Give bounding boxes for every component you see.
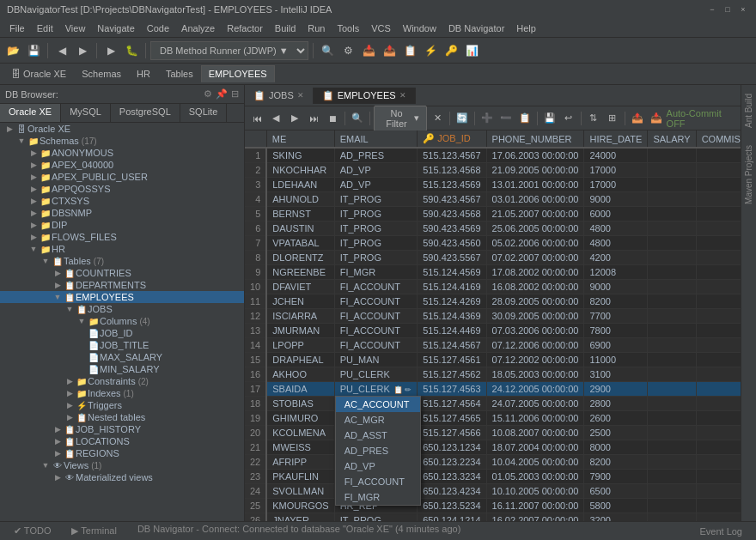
tab-oracle-xe[interactable]: Oracle XE [0,104,61,122]
table-row[interactable]: 16AKHOOPU_CLERK515.127.456218.05.2003 00… [245,367,741,382]
cell-job-id[interactable]: 515.124.4469 [418,324,486,338]
cell-email[interactable]: FI_ACCOUNT [334,309,418,324]
tree-node-regions[interactable]: ▶📋REGIONS [0,447,244,459]
cell-hire-date[interactable]: 11000 [584,353,648,367]
cell-salary[interactable] [648,324,696,338]
cell-job-id[interactable]: 515.127.4562 [418,367,486,382]
tree-node-job_id[interactable]: 📄JOB_ID [0,327,244,339]
cell-salary[interactable] [648,236,696,251]
menu-item-analyze[interactable]: Analyze [175,21,221,35]
cell-email[interactable]: AD_VP [334,178,418,192]
table-row[interactable]: 4AHUNOLDIT_PROG590.423.456703.01.2006 00… [245,192,741,207]
cell-email[interactable]: FI_ACCOUNT [334,324,418,338]
cell-salary[interactable] [648,265,696,280]
cell-salary[interactable] [648,221,696,236]
cell-hire-date[interactable]: 17000 [584,163,648,178]
cell-me[interactable]: ISCIARRA [266,309,334,324]
col-email[interactable]: EMAIL [334,130,418,148]
tree-node-triggers[interactable]: ▶⚡Triggers [0,399,244,411]
cell-commission[interactable] [696,207,741,221]
col-job-id[interactable]: 🔑 JOB_ID [418,130,486,148]
cell-phone[interactable]: 16.02.2007 00:00:00 [486,513,584,522]
cell-commission[interactable] [696,513,741,522]
cell-phone[interactable]: 07.12.2006 00:00:00 [486,338,584,353]
table-row[interactable]: 10DFAVIETFI_ACCOUNT515.124.416916.08.200… [245,280,741,294]
cell-email[interactable]: PU_MAN [334,353,418,367]
minimize-button[interactable]: − [706,3,718,15]
cell-salary[interactable] [648,309,696,324]
cell-commission[interactable] [696,294,741,309]
cell-commission[interactable] [696,397,741,411]
cell-job-id[interactable]: 590.423.4567 [418,192,486,207]
toolbar-icon6[interactable]: 📊 [462,41,481,60]
table-row[interactable]: 20KCOLMENAAD_ASST515.127.456610.08.2007 … [245,426,741,440]
cell-phone[interactable]: 07.02.2007 00:00:00 [486,251,584,265]
tree-node-nested-tables[interactable]: ▶📋Nested tables [0,411,244,423]
dropdown-item[interactable]: FI_ACCOUNT [336,474,420,489]
cell-commission[interactable] [696,192,741,207]
menu-item-dbnavigator[interactable]: DB Navigator [442,21,510,35]
tree-node-tables[interactable]: ▼📋Tables(7) [0,255,244,267]
breadcrumb-tab-schemas[interactable]: Schemas [74,65,129,82]
side-tab-ant-build[interactable]: Ant Build [742,85,755,137]
tree-node-apex_040000[interactable]: ▶📁APEX_040000 [0,159,244,171]
prev-page-btn[interactable]: ◀ [267,110,284,127]
cell-salary[interactable] [648,192,696,207]
tree-node-locations[interactable]: ▶📋LOCATIONS [0,435,244,447]
tree-node-dbsnmp[interactable]: ▶📁DBSNMP [0,207,244,219]
cell-job-id[interactable]: 590.423.4568 [418,207,486,221]
cell-me[interactable]: AFRIPP [266,455,334,470]
cell-salary[interactable] [648,207,696,221]
employees-tab-close[interactable]: ✕ [399,91,406,100]
dropdown-item[interactable]: AD_PRES [336,443,420,458]
cell-commission[interactable] [696,382,741,397]
tree-node-departments[interactable]: ▶📋DEPARTMENTS [0,279,244,291]
table-row[interactable]: 22AFRIPPAD_VP650.123.223410.04.2005 00:0… [245,455,741,470]
cell-hire-date[interactable]: 2500 [584,426,648,440]
toolbar-icon4[interactable]: ⚡ [421,41,440,60]
cell-email[interactable]: FI_ACCOUNT [334,338,418,353]
cell-email[interactable]: IT_PROG [334,251,418,265]
db-browser-pin-icon[interactable]: 📌 [216,88,228,100]
table-row[interactable]: 15DRAPHEALPU_MAN515.127.456107.12.2002 0… [245,353,741,367]
cell-phone[interactable]: 16.11.2007 00:00:00 [486,499,584,513]
cell-me[interactable]: DAUSTIN [266,221,334,236]
table-row[interactable]: 19GHIMUROAC_MGR515.127.456515.11.2006 00… [245,411,741,426]
toolbar-search-btn[interactable]: 🔍 [318,41,337,60]
menu-item-tools[interactable]: Tools [331,21,365,35]
cell-hire-date[interactable]: 9000 [584,192,648,207]
menu-item-file[interactable]: File [3,21,31,35]
cell-job-id[interactable]: 515.124.4169 [418,280,486,294]
cell-job-id[interactable]: 515.124.4567 [418,338,486,353]
cell-job-id[interactable]: 650.123.3234 [418,470,486,484]
breadcrumb-tab-employees[interactable]: EMPLOYEES [201,65,275,82]
cell-me[interactable]: JNAYER [266,513,334,522]
cell-commission[interactable] [696,251,741,265]
cell-phone[interactable]: 13.01.2001 00:00:00 [486,178,584,192]
toolbar-back-btn[interactable]: ◀ [52,41,71,60]
menu-item-window[interactable]: Window [397,21,442,35]
cell-job-id[interactable]: 515.127.4565 [418,411,486,426]
tree-node-max_salary[interactable]: 📄MAX_SALARY [0,351,244,363]
cell-commission[interactable] [696,221,741,236]
cell-job-id[interactable]: 515.127.4563 [418,382,486,397]
toolbar-open-btn[interactable]: 📂 [3,41,22,60]
jobs-tab-close[interactable]: ✕ [297,91,304,100]
cell-commission[interactable] [696,426,741,440]
menu-item-code[interactable]: Code [141,21,175,35]
cell-me[interactable]: NKOCHHAR [266,163,334,178]
cell-me[interactable]: BERNST [266,207,334,221]
columns-btn[interactable]: ⊞ [604,110,621,127]
cell-job-id[interactable]: 650.123.2234 [418,455,486,470]
menu-item-view[interactable]: View [59,21,92,35]
cell-job-id[interactable]: 650.123.1234 [418,440,486,455]
cell-job-id[interactable]: 515.124.4369 [418,309,486,324]
col-rownum[interactable] [245,130,266,148]
cell-job-id[interactable]: 515.123.4569 [418,178,486,192]
cell-salary[interactable] [648,353,696,367]
cell-job-id[interactable]: 515.124.4269 [418,294,486,309]
cell-commission[interactable] [696,148,741,163]
cell-commission[interactable] [696,236,741,251]
table-row[interactable]: 24SVOLLMANFI_MGR650.123.423410.10.2005 0… [245,484,741,499]
cell-commission[interactable] [696,367,741,382]
